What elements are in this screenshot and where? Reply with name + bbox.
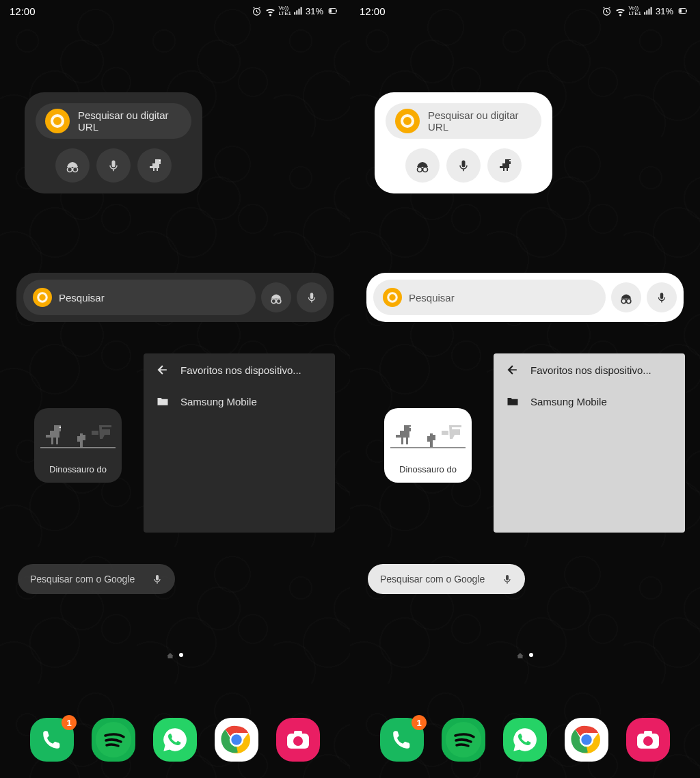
status-bar: 12:00 Vo))LTE1 31% [350,0,700,22]
signal-icon [293,6,304,16]
dino-widget-label: Dinossauro do [399,464,457,474]
google-search-placeholder: Pesquisar com o Google [380,574,485,585]
chrome-app[interactable] [565,718,608,762]
dino-game-widget[interactable]: Dinossauro do [34,408,122,483]
incognito-button[interactable] [261,282,291,312]
bookmark-folder-label: Samsung Mobile [530,396,607,407]
dino-game-button[interactable] [487,148,522,183]
chrome-search-bar-widget[interactable]: Pesquisar [16,273,334,322]
bookmark-folder-label: Samsung Mobile [180,396,257,407]
dino-game-button[interactable] [137,148,172,183]
camera-app[interactable] [626,718,670,762]
chrome-search-placeholder: Pesquisar ou digitar URL [78,109,182,133]
bookmarks-widget[interactable]: Favoritos nos dispositivo... Samsung Mob… [144,353,335,533]
search-placeholder: Pesquisar [59,292,105,304]
status-icons: Vo))LTE1 31% [601,5,690,17]
bookmarks-title: Favoritos nos dispositivo... [180,364,301,376]
voice-search-button[interactable] [446,148,481,183]
spotify-app[interactable] [92,718,135,762]
chrome-icon [383,288,402,307]
chrome-icon [395,109,420,133]
status-time: 12:00 [360,5,386,17]
alarm-icon [601,5,612,17]
camera-app[interactable] [276,718,320,762]
bookmarks-header[interactable]: Favoritos nos dispositivo... [156,363,323,377]
bookmarks-header[interactable]: Favoritos nos dispositivo... [506,363,673,377]
incognito-button[interactable] [55,148,90,183]
chrome-search-bar[interactable]: Pesquisar ou digitar URL [386,103,541,139]
signal-icon [643,6,654,16]
google-search-placeholder: Pesquisar com o Google [30,574,135,585]
phone-app[interactable]: 1 [30,718,74,762]
dock: 1 [350,718,700,762]
mic-icon[interactable] [152,573,163,585]
back-icon[interactable] [156,363,170,377]
folder-icon [506,394,520,408]
page-dot[interactable] [529,653,533,657]
phone-badge: 1 [62,715,77,730]
home-screen-light: 12:00 Vo))LTE1 31% Pesquisar ou digitar … [350,0,700,778]
status-time: 12:00 [10,5,36,17]
bookmarks-widget[interactable]: Favoritos nos dispositivo... Samsung Mob… [494,353,685,533]
svg-rect-36 [294,731,302,735]
bookmarks-title: Favoritos nos dispositivo... [530,364,651,376]
dock: 1 [0,718,350,762]
home-page-dot[interactable] [167,653,174,658]
phone-badge: 1 [412,715,427,730]
dino-scene-icon [40,415,116,453]
whatsapp-app[interactable] [503,718,547,762]
battery-pct: 31% [306,6,323,16]
page-indicator [350,653,700,658]
incognito-button[interactable] [405,148,440,183]
svg-rect-43 [644,731,652,735]
folder-icon [156,394,170,408]
chrome-widget-actions [36,148,191,183]
chrome-icon [33,288,52,307]
chrome-icon [45,109,70,133]
battery-icon [325,6,340,16]
search-placeholder: Pesquisar [409,292,455,304]
google-search-pill[interactable]: Pesquisar com o Google [368,564,525,594]
status-icons: Vo))LTE1 31% [251,5,340,17]
bookmark-folder-item[interactable]: Samsung Mobile [156,394,323,408]
chrome-search-widget[interactable]: Pesquisar ou digitar URL [25,92,202,193]
wifi-icon [615,5,626,17]
page-indicator [0,653,350,658]
bookmark-folder-item[interactable]: Samsung Mobile [506,394,673,408]
phone-app[interactable]: 1 [380,718,424,762]
incognito-button[interactable] [611,282,641,312]
dino-scene-icon [390,415,466,453]
svg-point-37 [293,736,303,746]
google-search-pill[interactable]: Pesquisar com o Google [18,564,175,594]
spotify-app[interactable] [442,718,485,762]
svg-point-44 [643,736,653,746]
alarm-icon [251,5,262,17]
search-input[interactable]: Pesquisar [373,280,606,315]
back-icon[interactable] [506,363,520,377]
battery-pct: 31% [656,6,673,16]
volte-indicator: Vo))LTE1 [628,5,641,16]
home-screen-dark: 12:00 Vo))LTE1 31% Pesquisar ou digitar … [0,0,350,778]
search-input[interactable]: Pesquisar [23,280,256,315]
volte-indicator: Vo))LTE1 [278,5,291,16]
page-dot[interactable] [179,653,183,657]
status-bar: 12:00 Vo))LTE1 31% [0,0,350,22]
voice-search-button[interactable] [96,148,131,183]
chrome-search-bar-widget[interactable]: Pesquisar [366,273,684,322]
voice-search-button[interactable] [647,282,677,312]
voice-search-button[interactable] [297,282,327,312]
dino-game-widget[interactable]: Dinossauro do [384,408,472,483]
chrome-search-widget[interactable]: Pesquisar ou digitar URL [375,92,552,193]
home-page-dot[interactable] [517,653,524,658]
chrome-widget-actions [386,148,541,183]
chrome-search-bar[interactable]: Pesquisar ou digitar URL [36,103,191,139]
battery-icon [675,6,690,16]
dino-widget-label: Dinossauro do [49,464,107,474]
wifi-icon [265,5,276,17]
chrome-search-placeholder: Pesquisar ou digitar URL [428,109,532,133]
mic-icon[interactable] [502,573,513,585]
chrome-app[interactable] [215,718,258,762]
whatsapp-app[interactable] [153,718,197,762]
